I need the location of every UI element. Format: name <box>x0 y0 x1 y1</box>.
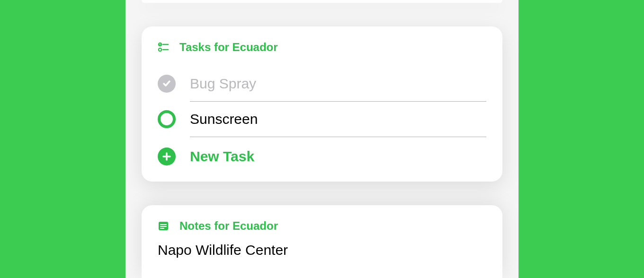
notes-card-header: Notes for Ecuador <box>158 219 486 233</box>
task-row[interactable]: Sunscreen <box>158 102 486 137</box>
notes-icon <box>158 220 169 232</box>
note-text[interactable]: Napo Wildlife Center <box>158 242 486 258</box>
new-task-button[interactable]: New Task <box>158 137 486 165</box>
tasks-card: Tasks for Ecuador Bug Spray Sunscreen <box>142 26 502 182</box>
partial-card-top <box>142 0 502 3</box>
notes-card: Notes for Ecuador Napo Wildlife Center <box>142 205 502 278</box>
task-label: Bug Spray <box>190 76 486 92</box>
new-task-label: New Task <box>190 148 254 165</box>
task-checkbox-completed[interactable] <box>158 75 176 93</box>
plus-icon <box>158 148 176 165</box>
svg-point-2 <box>159 48 161 51</box>
task-row[interactable]: Bug Spray <box>158 66 486 101</box>
tasks-icon <box>158 42 169 53</box>
task-checkbox-open[interactable] <box>158 110 176 128</box>
notes-card-title: Notes for Ecuador <box>179 219 278 233</box>
app-container: Tasks for Ecuador Bug Spray Sunscreen <box>125 0 519 278</box>
tasks-card-header: Tasks for Ecuador <box>158 41 486 54</box>
tasks-card-title: Tasks for Ecuador <box>179 41 278 54</box>
task-label: Sunscreen <box>190 111 486 127</box>
